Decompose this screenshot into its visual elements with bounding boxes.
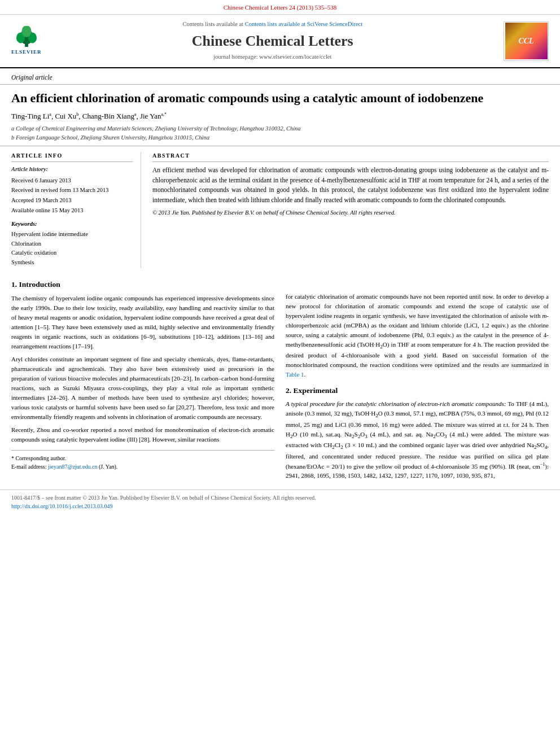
elsevier-logo-area: ELSEVIER bbox=[11, 26, 42, 56]
keyword-3: Catalytic oxidation bbox=[11, 249, 133, 257]
exp-number: 2. bbox=[286, 386, 291, 395]
body-two-col: 1. Introduction The chemistry of hyperva… bbox=[11, 274, 549, 484]
info-abstract-section: ARTICLE INFO Article history: Received 6… bbox=[0, 146, 560, 274]
abstract-col: ABSTRACT An efficient method was develop… bbox=[152, 152, 549, 268]
experimental-para: A typical procedure for the catalytic ch… bbox=[286, 399, 549, 480]
corresponding-label: * Corresponding author. bbox=[11, 455, 66, 461]
keyword-4: Synthesis bbox=[11, 259, 133, 267]
journal-header: ELSEVIER Contents lists available at Con… bbox=[0, 15, 560, 68]
email-link[interactable]: jieyan87@zjut.edu.cn bbox=[48, 464, 98, 470]
author-ting: Ting-Ting Li bbox=[11, 112, 49, 120]
available-date: Available online 15 May 2013 bbox=[11, 207, 133, 215]
email-author-name: (J. Yan). bbox=[99, 464, 117, 470]
history-label: Article history: bbox=[11, 165, 133, 174]
table1-reference[interactable]: Table 1 bbox=[286, 371, 304, 378]
keywords-label: Keywords: bbox=[11, 220, 133, 229]
article-type-text: Original article bbox=[11, 74, 53, 81]
intro-title: Introduction bbox=[19, 280, 60, 289]
ccl-logo: CCL bbox=[505, 23, 548, 59]
body-content: 1. Introduction The chemistry of hyperva… bbox=[0, 274, 560, 484]
contents-available-line: Contents lists available at Contents lis… bbox=[52, 20, 493, 29]
article-type-label: Original article bbox=[0, 68, 560, 85]
ccl-logo-text: CCL bbox=[518, 36, 533, 47]
ccl-logo-area: CCL bbox=[504, 21, 549, 61]
right-intro-para: for catalytic chlorination of aromatic c… bbox=[286, 292, 549, 380]
affiliation-b: b Foreign Language School, Zhejiang Shur… bbox=[11, 133, 549, 142]
elsevier-label: ELSEVIER bbox=[11, 49, 42, 56]
copyright-line: © 2013 Jie Yan. Published by Elsevier B.… bbox=[152, 209, 549, 217]
intro-number: 1. bbox=[11, 280, 17, 289]
elsevier-tree-icon bbox=[12, 26, 41, 47]
article-title: An efficient chlorination of aromatic co… bbox=[11, 90, 549, 107]
keyword-2: Chlorination bbox=[11, 240, 133, 248]
abstract-text: An efficient method was developed for ch… bbox=[152, 165, 549, 206]
exp-title: Experimental bbox=[294, 386, 338, 395]
footnote-area: * Corresponding author. E-mail address: … bbox=[11, 450, 274, 471]
journal-title: Chinese Chemical Letters bbox=[52, 31, 493, 51]
doi-link[interactable]: http://dx.doi.org/10.1016/j.cclet.2013.0… bbox=[11, 503, 549, 510]
bottom-bar: 1001-8417/$ – see front matter © 2013 Ji… bbox=[0, 490, 560, 514]
experimental-heading: 2. Experimental bbox=[286, 386, 549, 396]
issn-line: 1001-8417/$ – see front matter © 2013 Ji… bbox=[11, 493, 549, 503]
accepted-date: Accepted 19 March 2013 bbox=[11, 196, 133, 205]
body-right-col: for catalytic chlorination of aromatic c… bbox=[286, 274, 549, 484]
author-chang: Chang-Bin Xiang bbox=[82, 112, 134, 120]
keyword-1: Hypervalent iodine intermediate bbox=[11, 230, 133, 239]
affiliation-a: a College of Chemical Engineering and Ma… bbox=[11, 124, 549, 133]
body-left-col: 1. Introduction The chemistry of hyperva… bbox=[11, 274, 274, 484]
introduction-heading: 1. Introduction bbox=[11, 279, 274, 290]
corresponding-author-note: * Corresponding author. bbox=[11, 454, 274, 462]
received-revised-date: Received in revised form 13 March 2013 bbox=[11, 186, 133, 195]
authors-line: Ting-Ting Lia, Cui Xub, Chang-Bin Xianga… bbox=[11, 111, 549, 122]
abstract-heading: ABSTRACT bbox=[152, 152, 549, 162]
intro-para-1: The chemistry of hypervalent iodine orga… bbox=[11, 294, 274, 351]
article-info-col: ARTICLE INFO Article history: Received 6… bbox=[11, 152, 141, 268]
citation-text: Chinese Chemical Letters 24 (2013) 535–5… bbox=[224, 4, 337, 11]
svg-point-4 bbox=[21, 26, 31, 37]
article-info-heading: ARTICLE INFO bbox=[11, 152, 133, 162]
sciverse-link[interactable]: Contents lists available at SciVerse Sci… bbox=[245, 21, 362, 27]
received-date: Received 6 January 2013 bbox=[11, 177, 133, 185]
email-label: E-mail address: bbox=[11, 464, 46, 470]
article-title-section: An efficient chlorination of aromatic co… bbox=[0, 85, 560, 146]
author-jie: Jie Yan bbox=[140, 112, 161, 120]
journal-citation: Chinese Chemical Letters 24 (2013) 535–5… bbox=[0, 0, 560, 15]
journal-homepage: journal homepage: www.elsevier.com/locat… bbox=[52, 53, 493, 62]
author-cui: Cui Xu bbox=[55, 112, 76, 120]
intro-para-3: Recently, Zhou and co-worker reported a … bbox=[11, 425, 274, 444]
email-line: E-mail address: jieyan87@zjut.edu.cn (J.… bbox=[11, 462, 274, 471]
journal-title-area: Contents lists available at Contents lis… bbox=[52, 20, 493, 62]
intro-para-2: Aryl chlorides constitute an important s… bbox=[11, 355, 274, 422]
